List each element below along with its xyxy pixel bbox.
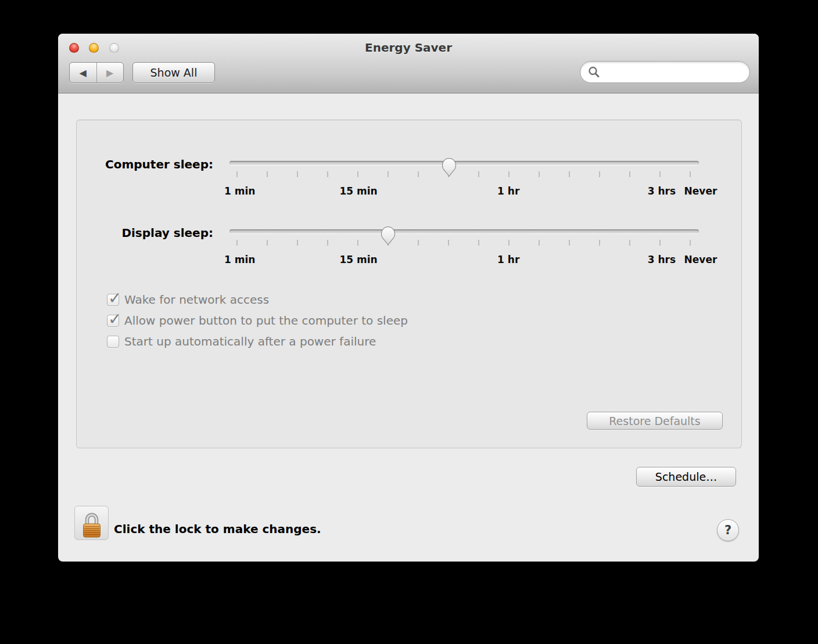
display-sleep-slider: 1 min 15 min 1 hr 3 hrs Never	[229, 227, 699, 277]
tick-label: 3 hrs	[648, 185, 676, 197]
tick-label: 3 hrs	[648, 254, 676, 265]
search-input[interactable]	[604, 63, 749, 81]
slider-ticks	[237, 240, 690, 246]
checkbox-label: Start up automatically after a power fai…	[124, 334, 376, 348]
checkbox-row-power-button: Allow power button to put the computer t…	[107, 313, 408, 328]
forward-button[interactable]: ▶	[96, 63, 124, 82]
display-sleep-thumb[interactable]	[379, 225, 397, 246]
checkbox-label: Wake for network access	[124, 293, 269, 307]
display-sleep-label: Display sleep:	[76, 226, 213, 240]
search-icon	[587, 66, 600, 78]
energy-saver-window: Energy Saver ◀ ▶ Show All	[58, 34, 759, 562]
power-button-sleep-checkbox[interactable]	[107, 315, 119, 327]
computer-sleep-label: Computer sleep:	[76, 157, 213, 171]
screenshot-canvas: Energy Saver ◀ ▶ Show All	[0, 0, 818, 644]
forward-arrow-icon: ▶	[106, 67, 113, 78]
schedule-button[interactable]: Schedule…	[636, 467, 736, 487]
show-all-button[interactable]: Show All	[132, 62, 215, 83]
slider-ticks	[237, 171, 690, 178]
computer-sleep-thumb[interactable]	[440, 157, 458, 177]
wake-network-checkbox[interactable]	[107, 294, 119, 306]
restore-defaults-button[interactable]: Restore Defaults	[587, 412, 723, 430]
lock-hint-text: Click the lock to make changes.	[114, 522, 321, 536]
schedule-label: Schedule…	[655, 470, 717, 483]
restore-defaults-label: Restore Defaults	[609, 415, 700, 427]
tick-label: 1 min	[224, 185, 255, 197]
slider-thumb-icon	[379, 225, 397, 246]
tick-label: Never	[684, 185, 717, 197]
slider-track[interactable]	[229, 161, 699, 165]
nav-segmented-control: ◀ ▶	[69, 62, 124, 83]
slider-tick-labels: 1 min 15 min 1 hr 3 hrs Never	[237, 254, 690, 268]
back-button[interactable]: ◀	[70, 63, 96, 82]
tick-label: 15 min	[339, 185, 377, 197]
titlebar: Energy Saver ◀ ▶ Show All	[58, 34, 759, 93]
computer-sleep-slider: 1 min 15 min 1 hr 3 hrs Never	[229, 159, 699, 208]
window-title: Energy Saver	[58, 41, 759, 55]
tick-label: 15 min	[339, 254, 377, 265]
search-field[interactable]	[580, 61, 750, 83]
slider-thumb-icon	[440, 157, 458, 177]
back-arrow-icon: ◀	[80, 67, 87, 78]
tick-label: 1 min	[224, 254, 255, 265]
slider-track[interactable]	[229, 229, 699, 233]
startup-after-failure-checkbox[interactable]	[107, 336, 119, 348]
checkbox-label: Allow power button to put the computer t…	[124, 314, 408, 328]
lock-icon	[80, 510, 104, 539]
help-button[interactable]: ?	[717, 519, 739, 541]
show-all-label: Show All	[150, 66, 198, 79]
checkbox-row-startup: Start up automatically after a power fai…	[107, 334, 376, 349]
tick-label: 1 hr	[497, 254, 519, 265]
question-mark-icon: ?	[724, 523, 731, 537]
checkbox-row-wake: Wake for network access	[107, 292, 269, 307]
slider-tick-labels: 1 min 15 min 1 hr 3 hrs Never	[237, 185, 690, 199]
lock-button[interactable]	[74, 506, 109, 540]
tick-label: Never	[684, 254, 717, 265]
tick-label: 1 hr	[497, 185, 519, 197]
